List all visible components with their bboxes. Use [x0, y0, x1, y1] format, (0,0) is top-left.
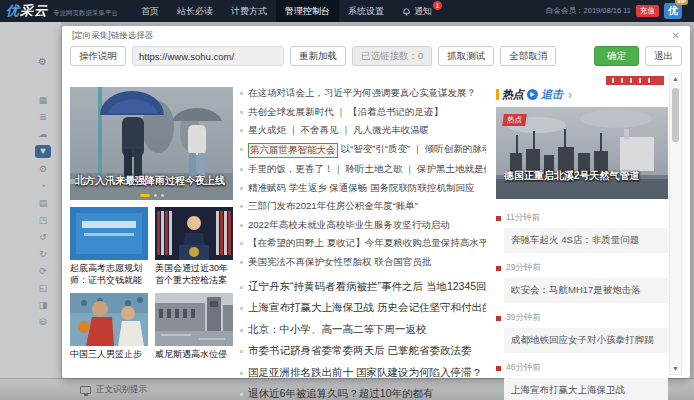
nav-item-系统设置[interactable]: 系统设置	[339, 0, 393, 22]
headline-text: 精准赋码 学生返乡 保通保畅 国务院联防联控机制回应	[248, 182, 474, 195]
thumb-image-blue-plaque	[70, 207, 148, 260]
hot-card-caption[interactable]: 德国正重启北溪2号天然气管道	[504, 169, 664, 183]
nav-item-通知[interactable]: 通知1	[393, 0, 441, 22]
hot-item-text[interactable]: 欧安会：马航MH17是被炮击落	[504, 278, 668, 303]
thumb-caption[interactable]: 美国会通过近30年首个重大控枪法案	[155, 263, 233, 287]
nav-item-计费方式[interactable]: 计费方式	[222, 0, 276, 22]
dot[interactable]	[154, 194, 157, 197]
headline-item[interactable]: 退休近6年被追算久吗？超过10年的都有	[240, 387, 486, 400]
headline-text: 以“智变”引“质变” ｜ 倾听创新的脉动	[341, 143, 487, 156]
app-topbar: 优采云 专业网页数据采集平台 首页站长必读计费方式管理控制台系统设置通知1 白金…	[0, 0, 694, 22]
nav-item-站长必读[interactable]: 站长必读	[168, 0, 222, 22]
headline-item[interactable]: 北京：中小学、高一高二等下周一返校	[240, 323, 486, 337]
headline-item[interactable]: 在这场对话会上，习近平为何强调要真心实意谋发展？	[240, 87, 486, 100]
app-logo[interactable]: 优采云 专业网页数据采集平台	[6, 2, 118, 20]
selected-count-badge: 已选链接数：0	[352, 46, 432, 66]
bullet-icon	[240, 205, 243, 208]
cancel-all-button[interactable]: 全部取消	[500, 46, 556, 66]
headline-text: 市委书记跻身省委常委两天后 已掌舵省委政法委	[248, 344, 471, 358]
yellow-bar-icon	[496, 89, 499, 100]
headline-text: 美国宪法不再保护女性堕胎权 联合国官员批	[248, 256, 431, 269]
vip-badge: VIP	[675, 0, 688, 5]
dot[interactable]	[161, 194, 164, 197]
hot-item-text[interactable]: 成都地铁回应女子对小孩拳打脚踢	[504, 328, 668, 353]
carousel[interactable]: 北方入汛来最强降雨过程今夜上线	[70, 87, 233, 200]
hot-list-item[interactable]: 46分钟前 上海宣布打赢大上海保卫战	[496, 362, 668, 400]
bullet-icon	[240, 129, 243, 132]
help-button[interactable]: 操作说明	[70, 46, 126, 66]
red-bullet-icon	[496, 366, 501, 371]
hot-card[interactable]: 热点 德国正重启北溪2号天然气管道	[496, 107, 668, 203]
recharge-button[interactable]: 充值	[636, 5, 659, 17]
thumb-item[interactable]: 起底高考志愿规划师：证书交钱就能拿	[70, 207, 148, 287]
featured-column: 北方入汛来最强降雨过程今夜上线 起底高考志愿规划师：证书交钱就能拿	[70, 87, 233, 361]
thumb-image-venice-flood	[155, 293, 233, 346]
headline-item[interactable]: 共创全球发展新时代 ｜ 【沿着总书记的足迹】	[240, 106, 486, 119]
hot-item-text[interactable]: 上海宣布打赢大上海保卫战	[504, 378, 668, 400]
promo-banner[interactable]	[606, 76, 664, 85]
exit-button[interactable]: 退出	[645, 46, 682, 66]
red-bullet-icon	[496, 316, 501, 321]
bullet-icon	[240, 148, 243, 151]
headline-text: 退休近6年被追算久吗？超过10年的都有	[248, 387, 434, 400]
headline-item[interactable]: 国足亚洲排名跌出前十 国家队建设为何陷入停滞？	[240, 366, 486, 380]
hot-item-time: 46分钟前	[506, 362, 541, 374]
scrollbar-thumb[interactable]	[672, 88, 679, 142]
bullet-icon	[240, 329, 243, 332]
chevron-right-icon[interactable]: ›	[568, 90, 572, 100]
bullet-icon	[240, 242, 243, 245]
carousel-caption[interactable]: 北方入汛来最强降雨过程今夜上线	[75, 174, 225, 188]
thumb-image-president-speech	[155, 207, 233, 260]
hot-item-time: 11分钟前	[506, 212, 540, 224]
content-scrollbar[interactable]: ▲ ▼	[669, 73, 682, 375]
headline-list-secondary: 辽宁丹东“持黄码者看病被拦”事件之后 当地12345回应上海宣布打赢大上海保卫战…	[240, 280, 486, 400]
nav-item-首页[interactable]: 首页	[132, 0, 168, 22]
scroll-down-icon[interactable]: ▼	[670, 364, 681, 374]
thumbnail-grid: 起底高考志愿规划师：证书交钱就能拿	[70, 207, 233, 361]
topbar-right: 白金会员：2019/08/16 11 充值 优VIP	[546, 3, 688, 19]
close-icon[interactable]: ✕	[672, 31, 680, 41]
hot-list-item[interactable]: 11分钟前 奔驰车起火 4S店：非质量问题	[496, 212, 668, 253]
headline-text: 共创全球发展新时代 ｜ 【沿着总书记的足迹】	[248, 106, 443, 119]
headline-text: 三部门发布2021年住房公积金年度“账单”	[248, 200, 418, 213]
headline-item[interactable]: 上海宣布打赢大上海保卫战 历史会记住坚守和付出的所有人	[240, 301, 486, 315]
headline-item[interactable]: 辽宁丹东“持黄码者看病被拦”事件之后 当地12345回应	[240, 280, 486, 294]
selected-link-highlight[interactable]: 第六届世界智能大会	[248, 143, 338, 158]
hot-title-black: 热点	[502, 87, 524, 102]
confirm-button[interactable]: 确定	[594, 46, 639, 66]
test-crawl-button[interactable]: 抓取测试	[438, 46, 494, 66]
headline-item[interactable]: 星火成炬 ｜ 不舍再见 ｜ 凡人微光丰收温暖	[240, 124, 486, 137]
vip-logo[interactable]: 优VIP	[664, 3, 682, 19]
headline-item[interactable]: 三部门发布2021年住房公积金年度“账单”	[240, 200, 486, 213]
nav-item-管理控制台[interactable]: 管理控制台	[276, 0, 339, 22]
notification-badge: 1	[433, 1, 442, 10]
hot-topics-header[interactable]: 热点 ▶ 追击 ›	[496, 87, 668, 102]
bullet-icon	[240, 261, 243, 264]
headline-item[interactable]: 美国宪法不再保护女性堕胎权 联合国官员批	[240, 256, 486, 269]
hot-list-item[interactable]: 39分钟前 成都地铁回应女子对小孩拳打脚踢	[496, 312, 668, 353]
headline-item[interactable]: 2022年高校未就业高校毕业生服务攻坚行动启动	[240, 219, 486, 232]
reload-button[interactable]: 重新加载	[290, 46, 346, 66]
thumb-item[interactable]: 中国三人男篮止步小组赛	[70, 293, 148, 361]
hot-item-text[interactable]: 奔驰车起火 4S店：非质量问题	[504, 228, 668, 253]
hot-list-item[interactable]: 29分钟前 欧安会：马航MH17是被炮击落	[496, 262, 668, 303]
thumb-caption[interactable]: 起底高考志愿规划师：证书交钱就能拿	[70, 263, 148, 287]
dot-active[interactable]	[140, 194, 150, 197]
headline-item[interactable]: 【在希望的田野上 夏收记】今年夏粮收购总量保持高水平	[240, 237, 486, 250]
url-input[interactable]	[132, 46, 284, 66]
headline-item[interactable]: 手里的饭，更香了！｜ 聆听土地之歌 ｜ 保护黑土地就是保护每个	[240, 163, 486, 176]
headline-item[interactable]: 精准赋码 学生返乡 保通保畅 国务院联防联控机制回应	[240, 182, 486, 195]
thumb-caption[interactable]: 威尼斯遇高水位侵袭 圣	[155, 349, 233, 361]
thumb-item[interactable]: 美国会通过近30年首个重大控枪法案	[155, 207, 233, 287]
thumb-caption[interactable]: 中国三人男篮止步小组赛	[70, 349, 148, 361]
hot-logo-icon: ▶	[527, 89, 538, 100]
headlines-column: 在这场对话会上，习近平为何强调要真心实意谋发展？共创全球发展新时代 ｜ 【沿着总…	[240, 87, 486, 400]
headline-text: 【在希望的田野上 夏收记】今年夏粮收购总量保持高水平	[248, 237, 486, 250]
thumb-item[interactable]: 威尼斯遇高水位侵袭 圣	[155, 293, 233, 361]
hot-badge: 热点	[502, 114, 527, 126]
headline-text: 星火成炬 ｜ 不舍再见 ｜ 凡人微光丰收温暖	[248, 124, 429, 137]
headline-item[interactable]: 第六届世界智能大会以“智变”引“质变” ｜ 倾听创新的脉动	[240, 143, 486, 158]
scroll-up-icon[interactable]: ▲	[670, 74, 681, 84]
bullet-icon	[240, 224, 243, 227]
headline-item[interactable]: 市委书记跻身省委常委两天后 已掌舵省委政法委	[240, 344, 486, 358]
